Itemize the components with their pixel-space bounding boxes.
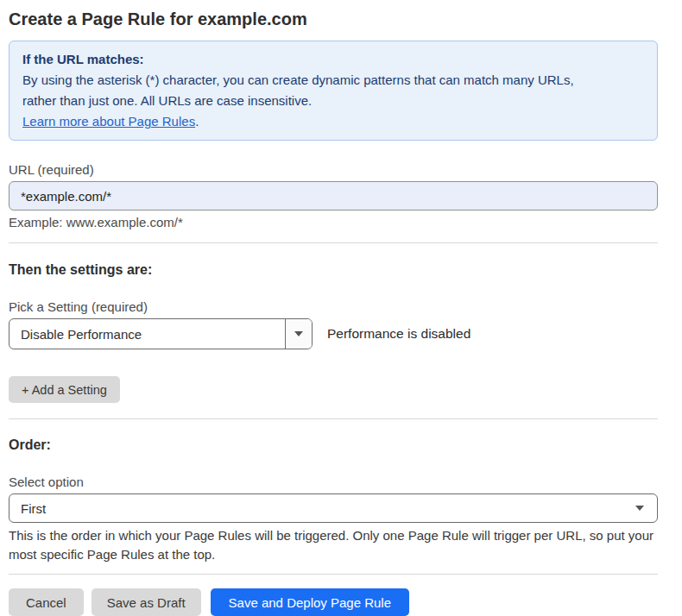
setting-row: Disable Performance Performance is disab… [9, 318, 658, 349]
order-select[interactable]: First [9, 493, 658, 523]
info-box-heading: If the URL matches: [22, 49, 644, 70]
url-label: URL (required) [9, 162, 658, 178]
url-input[interactable] [9, 181, 658, 211]
section-divider [9, 418, 658, 419]
chevron-down-icon [294, 331, 303, 336]
order-help-text: This is the order in which your Page Rul… [9, 526, 658, 564]
info-box-link-line: Learn more about Page Rules. [22, 111, 644, 132]
settings-section-heading: Then the settings are: [9, 261, 658, 278]
learn-more-link[interactable]: Learn more about Page Rules [22, 114, 195, 129]
setting-status-text: Performance is disabled [327, 326, 470, 342]
info-box-body-line: rather than just one. All URLs are case … [22, 91, 644, 111]
setting-select[interactable]: Disable Performance [9, 318, 313, 349]
chevron-down-icon [635, 506, 644, 511]
info-box-body-line: By using the asterisk (*) character, you… [22, 70, 644, 91]
setting-select-arrow-button[interactable] [285, 319, 312, 349]
order-section-heading: Order: [9, 437, 658, 453]
pick-setting-label: Pick a Setting (required) [9, 299, 658, 315]
save-as-draft-button[interactable]: Save as Draft [92, 588, 201, 616]
url-match-info-box: If the URL matches: By using the asteris… [9, 41, 658, 141]
footer-divider [9, 574, 658, 575]
order-select-value: First [9, 501, 635, 516]
setting-select-value: Disable Performance [9, 327, 285, 342]
link-suffix: . [195, 114, 199, 129]
add-setting-button[interactable]: + Add a Setting [9, 376, 120, 403]
order-help-line: This is the order in which your Page Rul… [9, 526, 658, 545]
save-and-deploy-button[interactable]: Save and Deploy Page Rule [211, 588, 409, 616]
order-select-label: Select option [9, 475, 658, 490]
section-divider [9, 242, 658, 243]
cancel-button[interactable]: Cancel [9, 588, 84, 616]
page-title: Create a Page Rule for example.com [9, 9, 658, 29]
order-help-line: most specific Page Rules at the top. [9, 545, 658, 564]
page-rule-form: Create a Page Rule for example.com If th… [9, 9, 658, 616]
url-example-text: Example: www.example.com/* [9, 215, 658, 230]
footer-actions: Cancel Save as Draft Save and Deploy Pag… [9, 588, 658, 616]
